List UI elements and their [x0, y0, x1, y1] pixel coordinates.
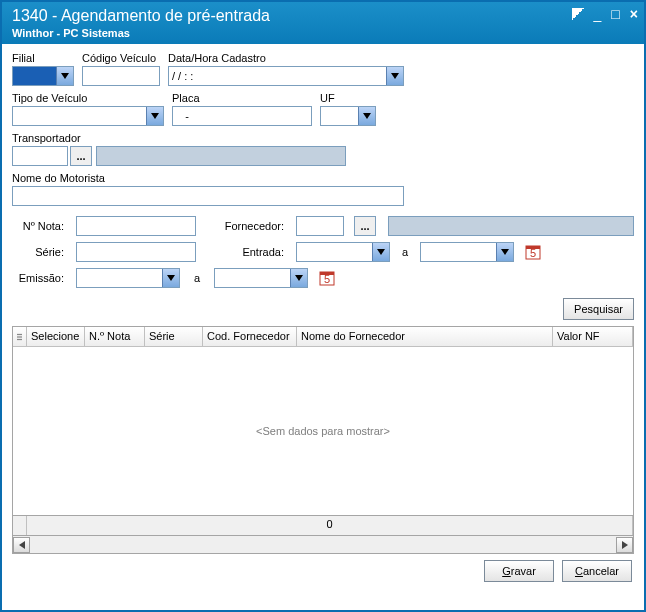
grid-footer: 0 [12, 516, 634, 536]
entrada-de-combo[interactable] [296, 242, 390, 262]
svg-marker-0 [61, 73, 69, 79]
serie-input[interactable] [76, 242, 196, 262]
dropdown-icon[interactable] [386, 67, 403, 85]
edit-icon[interactable] [572, 8, 584, 20]
col-valor-nf[interactable]: Valor NF [553, 327, 633, 347]
entrada-label: Entrada: [204, 246, 288, 258]
pesquisar-button[interactable]: Pesquisar [563, 298, 634, 320]
entrada-calendar-icon[interactable]: 5 [524, 242, 542, 262]
dropdown-icon[interactable] [496, 243, 513, 261]
gravar-button[interactable]: Gravar [484, 560, 554, 582]
codigo-veiculo-input[interactable] [82, 66, 160, 86]
window-controls: _ □ × [572, 6, 638, 22]
entrada-ate-combo[interactable] [420, 242, 514, 262]
results-grid[interactable]: Selecione N.º Nota Série Cod. Fornecedor… [12, 326, 634, 516]
emissao-a-label: a [188, 272, 206, 284]
motorista-label: Nome do Motorista [12, 172, 634, 184]
svg-text:5: 5 [324, 273, 330, 285]
transportador-label: Transportador [12, 132, 634, 144]
titlebar: 1340 - Agendamento de pré-entrada Wintho… [2, 2, 644, 44]
form-body: Filial Código Veículo Data/Hora Cadastro… [2, 44, 644, 610]
svg-marker-18 [622, 541, 628, 549]
transportador-name-display [96, 146, 346, 166]
maximize-button[interactable]: □ [611, 6, 619, 22]
close-button[interactable]: × [630, 6, 638, 22]
dropdown-icon[interactable] [162, 269, 179, 287]
entrada-a-label: a [398, 246, 412, 258]
placa-input[interactable] [172, 106, 312, 126]
svg-marker-2 [151, 113, 159, 119]
dropdown-icon[interactable] [358, 107, 375, 125]
fornecedor-label: Fornecedor: [204, 220, 288, 232]
window-title: 1340 - Agendamento de pré-entrada [12, 6, 636, 26]
scroll-left-icon[interactable] [13, 537, 30, 553]
uf-combo[interactable] [320, 106, 376, 126]
col-serie[interactable]: Série [145, 327, 203, 347]
svg-rect-16 [17, 338, 22, 339]
dropdown-icon[interactable] [56, 67, 73, 85]
scroll-right-icon[interactable] [616, 537, 633, 553]
serie-label: Série: [12, 246, 68, 258]
svg-text:5: 5 [530, 247, 536, 259]
svg-marker-3 [363, 113, 371, 119]
grid-footer-value: 0 [27, 516, 633, 535]
svg-marker-4 [377, 249, 385, 255]
window-subtitle: Winthor - PC Sistemas [12, 26, 636, 40]
transportador-lookup-button[interactable]: ... [70, 146, 92, 166]
n-nota-label: Nº Nota: [12, 220, 68, 232]
filial-label: Filial [12, 52, 74, 64]
placa-label: Placa [172, 92, 312, 104]
motorista-input[interactable] [12, 186, 404, 206]
col-n-nota[interactable]: N.º Nota [85, 327, 145, 347]
dropdown-icon[interactable] [372, 243, 389, 261]
svg-marker-17 [19, 541, 25, 549]
dropdown-icon[interactable] [290, 269, 307, 287]
emissao-ate-combo[interactable] [214, 268, 308, 288]
app-window: 1340 - Agendamento de pré-entrada Wintho… [0, 0, 646, 612]
cancelar-button[interactable]: Cancelar [562, 560, 632, 582]
col-cod-fornecedor[interactable]: Cod. Fornecedor [203, 327, 297, 347]
emissao-label: Emissão: [12, 272, 68, 284]
dropdown-icon[interactable] [146, 107, 163, 125]
n-nota-input[interactable] [76, 216, 196, 236]
tipo-veiculo-label: Tipo de Veículo [12, 92, 164, 104]
svg-marker-5 [501, 249, 509, 255]
grid-horizontal-scrollbar[interactable] [12, 536, 634, 554]
svg-rect-15 [17, 336, 22, 337]
svg-rect-14 [17, 333, 22, 334]
emissao-calendar-icon[interactable]: 5 [318, 268, 336, 288]
data-hora-combo[interactable]: / / : : [168, 66, 404, 86]
grid-header: Selecione N.º Nota Série Cod. Fornecedor… [13, 327, 633, 347]
codigo-veiculo-label: Código Veículo [82, 52, 160, 64]
filial-combo[interactable] [12, 66, 74, 86]
svg-marker-1 [391, 73, 399, 79]
transportador-input[interactable] [12, 146, 68, 166]
fornecedor-lookup-button[interactable]: ... [354, 216, 376, 236]
grid-empty-text: <Sem dados para mostrar> [13, 347, 633, 515]
emissao-de-combo[interactable] [76, 268, 180, 288]
col-selecione[interactable]: Selecione [27, 327, 85, 347]
fornecedor-name-display [388, 216, 634, 236]
uf-label: UF [320, 92, 376, 104]
minimize-button[interactable]: _ [594, 6, 602, 22]
data-hora-label: Data/Hora Cadastro [168, 52, 404, 64]
grid-handle-icon[interactable] [13, 327, 27, 347]
svg-marker-10 [295, 275, 303, 281]
fornecedor-input[interactable] [296, 216, 344, 236]
tipo-veiculo-combo[interactable] [12, 106, 164, 126]
col-nome-fornecedor[interactable]: Nome do Fornecedor [297, 327, 553, 347]
svg-marker-9 [167, 275, 175, 281]
